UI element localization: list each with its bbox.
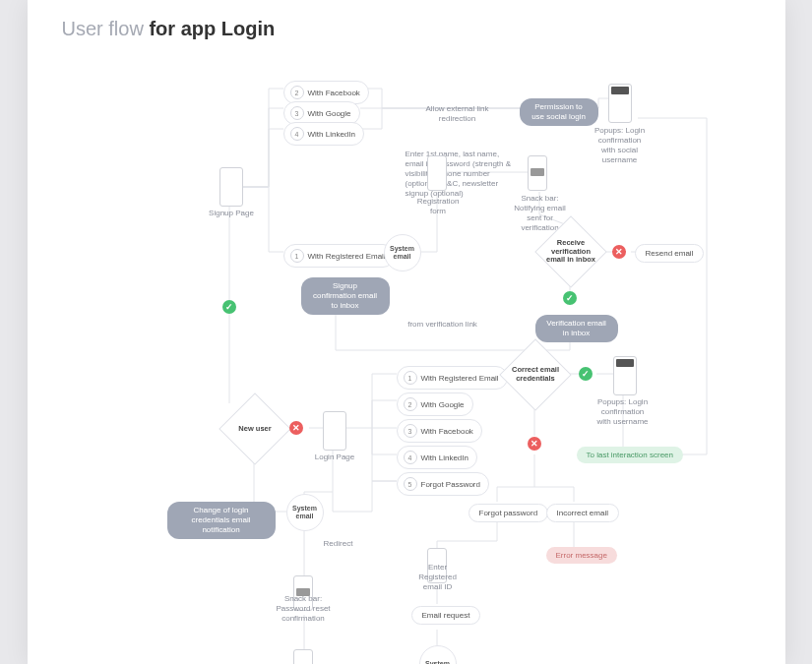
- popup-social-label: Popups: Login confirmation with social u…: [591, 126, 650, 165]
- login-option-facebook: 3With Facebook: [397, 419, 482, 443]
- flow-canvas: Signup Page 2With Facebook 3With Google …: [28, 0, 785, 664]
- email-request-node: Email request: [411, 606, 481, 625]
- login-option-linkedin: 4With LinkedIn: [397, 446, 477, 469]
- no-icon-3: ✕: [528, 437, 541, 451]
- login-page-label: Login Page: [313, 453, 357, 462]
- popup-social-screen: [608, 84, 632, 123]
- registration-form-screen: [427, 155, 447, 191]
- snackbar-verify-screen: [528, 155, 547, 191]
- login-option-email: 1With Registered Email: [397, 366, 508, 390]
- from-verification-label: from verification link: [404, 320, 482, 330]
- document-page: User flow for app Login: [28, 0, 785, 664]
- redirect-label: Redirect: [319, 539, 358, 549]
- outer-frame: User flow for app Login: [0, 0, 812, 664]
- option-linkedin: 4With LinkedIn: [283, 122, 364, 146]
- to-last-screen-button: To last interaction screen: [577, 447, 684, 463]
- yes-icon-2: ✓: [222, 300, 236, 314]
- system-email-1: System email: [384, 234, 421, 272]
- error-message-node: Error message: [546, 547, 617, 564]
- no-icon-2: ✕: [289, 421, 303, 435]
- yes-icon-1: ✓: [563, 291, 577, 305]
- registration-form-label: Registration form: [416, 197, 461, 216]
- forgot-password-node: Forgot password: [468, 504, 549, 522]
- system-email-2: System email: [286, 494, 324, 531]
- signup-page-label: Signup Page: [205, 209, 259, 218]
- registration-text: Enter 1st name, last name, email id, pas…: [406, 150, 514, 199]
- resend-email-button: Resend email: [635, 244, 705, 263]
- allow-external-label: Allow external link redirection: [408, 104, 507, 124]
- connector-lines: [28, 0, 785, 664]
- snackbar-pw-label: Snack bar: Password reset confirmation: [272, 594, 336, 624]
- yes-icon-3: ✓: [579, 367, 593, 381]
- enter-registered-label: Enter Registered email ID: [409, 563, 467, 592]
- popup-user-label: Popups: Login confirmation with username: [593, 397, 653, 427]
- permission-social-pill: Permission to use social login: [520, 98, 598, 126]
- verification-inbox-pill: Verification email in inbox: [535, 315, 618, 342]
- no-icon: ✕: [612, 245, 626, 259]
- incorrect-email-node: Incorrect email: [546, 504, 619, 522]
- change-credentials-pill: Change of login credentials email notifi…: [167, 502, 276, 539]
- login-page-screen: [323, 411, 346, 451]
- login-option-forgot: 5Forgot Password: [397, 472, 489, 496]
- login-option-google: 2With Google: [397, 392, 473, 416]
- signup-confirmation-pill: Signup confirmation email to inbox: [301, 277, 390, 315]
- snackbar-pw-cont: [293, 649, 313, 664]
- option-registered-email: 1With Registered Email: [283, 244, 395, 268]
- signup-page-screen: [219, 167, 243, 207]
- popup-user-screen: [613, 356, 637, 395]
